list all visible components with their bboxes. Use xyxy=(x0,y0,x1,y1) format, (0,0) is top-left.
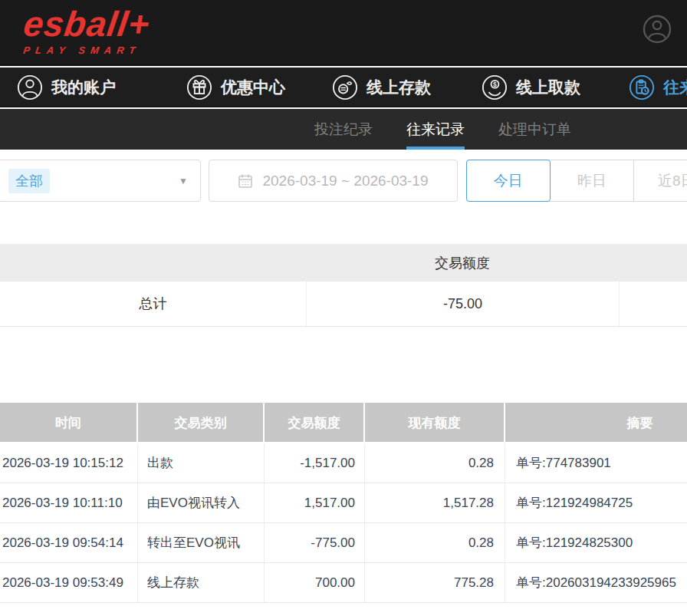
tab-transaction-records[interactable]: 往来记录 xyxy=(406,109,465,150)
brand-tagline: PLAY SMART xyxy=(22,44,146,56)
cell-summary: 单号:121924984725 xyxy=(505,483,687,522)
withdraw-icon: $ xyxy=(482,74,508,100)
transaction-records-page: esball+ PLAY SMART 我的账户 优惠中心 xyxy=(0,0,687,616)
cell-type: 由EVO视讯转入 xyxy=(138,483,265,522)
summary-total-row: 总计 -75.00 xyxy=(0,282,687,327)
transactions-table: 时间 交易类别 交易额度 现有额度 摘要 2026-03-19 10:15:12… xyxy=(0,403,687,603)
date-range-value: 2026-03-19 ~ 2026-03-19 xyxy=(262,173,428,189)
table-row: 2026-03-19 10:15:12 出款 -1,517.00 0.28 单号… xyxy=(0,443,687,483)
summary-header-row: 交易额度 xyxy=(0,244,687,282)
cell-amount: 700.00 xyxy=(265,563,365,602)
caret-down-icon: ▼ xyxy=(179,176,188,186)
cell-time: 2026-03-19 10:11:10 xyxy=(0,483,138,522)
date-range-input[interactable]: 2026-03-19 ~ 2026-03-19 xyxy=(209,160,458,202)
nav-item-withdraw[interactable]: $ 线上取款 xyxy=(482,68,580,107)
nav-label: 优惠中心 xyxy=(221,77,285,98)
tab-pending-orders[interactable]: 处理中订单 xyxy=(498,109,571,150)
cell-type: 转出至EVO视讯 xyxy=(138,523,265,562)
table-row: 2026-03-19 10:11:10 由EVO视讯转入 1,517.00 1,… xyxy=(0,483,687,523)
cell-time: 2026-03-19 10:15:12 xyxy=(0,443,138,483)
col-header-time: 时间 xyxy=(0,403,138,443)
cell-balance: 1,517.28 xyxy=(365,483,505,522)
profile-avatar-icon[interactable] xyxy=(643,15,672,44)
cell-type: 出款 xyxy=(138,443,265,483)
brand-logo[interactable]: esball+ PLAY SMART xyxy=(19,5,153,56)
nav-label: 线上存款 xyxy=(367,77,431,98)
records-tabbar: 投注纪录 往来记录 处理中订单 xyxy=(0,109,687,150)
category-select[interactable]: 全部 ▼ xyxy=(0,160,201,202)
summary-table: 交易额度 总计 -75.00 xyxy=(0,244,687,327)
quick-button-today[interactable]: 今日 xyxy=(466,160,551,202)
category-selected-chip: 全部 xyxy=(8,169,50,193)
table-row: 2026-03-19 09:54:14 转出至EVO视讯 -775.00 0.2… xyxy=(0,523,687,563)
cell-balance: 775.28 xyxy=(365,563,505,602)
svg-text:$: $ xyxy=(493,81,497,88)
cell-balance: 0.28 xyxy=(365,523,505,562)
nav-item-promotions[interactable]: 优惠中心 xyxy=(186,68,285,107)
cell-balance: 0.28 xyxy=(365,443,505,483)
quick-button-yesterday[interactable]: 昨日 xyxy=(551,160,635,201)
cell-summary: 单号:202603194233925965 xyxy=(505,563,687,602)
user-icon xyxy=(17,74,43,100)
deposit-icon xyxy=(332,74,358,100)
cell-summary: 单号:121924825300 xyxy=(505,523,687,562)
summary-total-value: -75.00 xyxy=(306,282,619,326)
table-header-row: 时间 交易类别 交易额度 现有额度 摘要 xyxy=(0,403,687,443)
col-header-amount: 交易额度 xyxy=(265,403,365,443)
quick-date-buttons: 今日 昨日 近8日 xyxy=(466,160,687,202)
top-header: esball+ PLAY SMART xyxy=(0,0,687,66)
tab-bet-records[interactable]: 投注纪录 xyxy=(314,109,373,150)
records-icon xyxy=(629,74,655,100)
filter-bar: 全部 ▼ 2026-03-19 ~ 2026-03-19 今日 昨日 近8日 xyxy=(0,160,687,202)
nav-label: 线上取款 xyxy=(516,77,580,98)
gift-icon xyxy=(186,74,212,100)
nav-label: 我的账户 xyxy=(51,77,116,98)
col-header-summary: 摘要 xyxy=(505,403,687,443)
nav-label: 往来记录 xyxy=(663,77,687,98)
table-row: 2026-03-19 09:53:49 线上存款 700.00 775.28 单… xyxy=(0,563,687,603)
quick-button-last-8-days[interactable]: 近8日 xyxy=(634,160,687,201)
cell-time: 2026-03-19 09:54:14 xyxy=(0,523,138,562)
brand-logo-text: esball+ xyxy=(21,5,153,43)
summary-total-label: 总计 xyxy=(0,282,306,326)
summary-header-amount: 交易额度 xyxy=(306,244,619,282)
cell-amount: -1,517.00 xyxy=(265,443,365,483)
cell-type: 线上存款 xyxy=(138,563,265,602)
cell-summary: 单号:774783901 xyxy=(505,443,687,483)
col-header-balance: 现有额度 xyxy=(365,403,505,443)
nav-item-my-account[interactable]: 我的账户 xyxy=(17,68,116,107)
main-navigation: 我的账户 优惠中心 线上存款 $ 线上取款 xyxy=(0,68,687,107)
cell-time: 2026-03-19 09:53:49 xyxy=(0,563,138,602)
cell-amount: 1,517.00 xyxy=(265,483,365,522)
nav-item-transaction-records[interactable]: 往来记录 xyxy=(629,68,687,107)
cell-amount: -775.00 xyxy=(265,523,365,562)
calendar-icon xyxy=(238,173,253,189)
nav-item-deposit[interactable]: 线上存款 xyxy=(332,68,431,107)
col-header-type: 交易类别 xyxy=(138,403,265,443)
